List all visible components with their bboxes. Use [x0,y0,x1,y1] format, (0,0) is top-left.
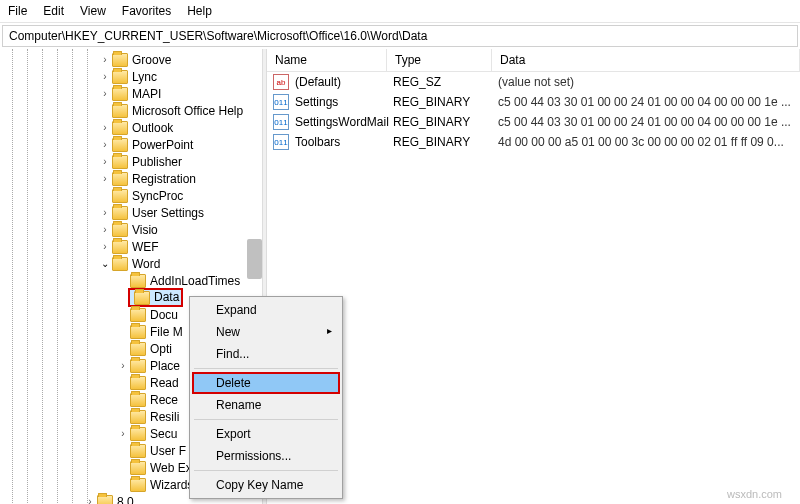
tree-label: Rece [150,393,178,407]
tree-label: Place [150,359,180,373]
menu-help[interactable]: Help [187,4,212,18]
tree-label: WEF [132,240,159,254]
ctx-new[interactable]: New▸ [192,321,340,343]
main-area: ›Groove ›Lync ›MAPI Microsoft Office Hel… [0,49,800,504]
list-row[interactable]: 011SettingsREG_BINARYc5 00 44 03 30 01 0… [267,92,800,112]
ctx-permissions[interactable]: Permissions... [192,445,340,467]
value-type: REG_BINARY [393,135,498,149]
folder-icon [130,410,146,424]
folder-icon [112,138,128,152]
folder-icon [130,461,146,475]
ctx-delete[interactable]: Delete [192,372,340,394]
chevron-right-icon[interactable]: › [100,207,110,218]
watermark: wsxdn.com [727,488,782,500]
tree-item-syncproc[interactable]: SyncProc [0,187,262,204]
col-name[interactable]: Name [267,49,387,71]
tree-item-outlook[interactable]: ›Outlook [0,119,262,136]
tree-item-groove[interactable]: ›Groove [0,51,262,68]
tree-label: PowerPoint [132,138,193,152]
ctx-export[interactable]: Export [192,423,340,445]
separator [194,419,338,420]
tree-item-registration[interactable]: ›Registration [0,170,262,187]
values-pane: Name Type Data ab(Default)REG_SZ(value n… [267,49,800,504]
folder-icon [97,495,113,505]
separator [194,368,338,369]
tree-item-addin[interactable]: AddInLoadTimes [0,272,262,289]
folder-icon [130,342,146,356]
chevron-right-icon[interactable]: › [100,224,110,235]
tree-label: User Settings [132,206,204,220]
folder-icon [130,325,146,339]
tree-label: User F [150,444,186,458]
binary-value-icon: 011 [273,134,289,150]
scrollbar-thumb[interactable] [247,239,262,279]
folder-icon [112,189,128,203]
chevron-right-icon[interactable]: › [100,173,110,184]
chevron-right-icon[interactable]: › [100,54,110,65]
value-name: SettingsWordMail [295,115,393,129]
folder-icon [112,155,128,169]
tree-item-moh[interactable]: Microsoft Office Help [0,102,262,119]
chevron-right-icon[interactable]: › [100,88,110,99]
chevron-right-icon[interactable]: › [100,71,110,82]
list-row[interactable]: 011SettingsWordMailREG_BINARYc5 00 44 03… [267,112,800,132]
col-type[interactable]: Type [387,49,492,71]
tree-item-visio[interactable]: ›Visio [0,221,262,238]
value-type: REG_SZ [393,75,498,89]
tree-label: Registration [132,172,196,186]
menu-file[interactable]: File [8,4,27,18]
folder-icon [112,87,128,101]
list-row[interactable]: ab(Default)REG_SZ(value not set) [267,72,800,92]
list-row[interactable]: 011ToolbarsREG_BINARY4d 00 00 00 a5 01 0… [267,132,800,152]
string-value-icon: ab [273,74,289,90]
binary-value-icon: 011 [273,94,289,110]
folder-icon [130,393,146,407]
ctx-expand[interactable]: Expand [192,299,340,321]
folder-icon [112,104,128,118]
binary-value-icon: 011 [273,114,289,130]
tree-label: Visio [132,223,158,237]
ctx-rename[interactable]: Rename [192,394,340,416]
chevron-right-icon[interactable]: › [100,122,110,133]
value-name: Settings [295,95,393,109]
tree-item-wef[interactable]: ›WEF [0,238,262,255]
folder-icon [112,240,128,254]
chevron-right-icon[interactable]: › [100,139,110,150]
tree-item-word[interactable]: ⌄Word [0,255,262,272]
tree-label: SyncProc [132,189,183,203]
chevron-right-icon[interactable]: › [118,428,128,439]
menu-favorites[interactable]: Favorites [122,4,171,18]
menu-edit[interactable]: Edit [43,4,64,18]
tree-item-publisher[interactable]: ›Publisher [0,153,262,170]
chevron-right-icon[interactable]: › [100,241,110,252]
col-data[interactable]: Data [492,49,800,71]
folder-icon [112,53,128,67]
chevron-right-icon[interactable]: › [85,496,95,504]
tree-item-mapi[interactable]: ›MAPI [0,85,262,102]
tree-label: Microsoft Office Help [132,104,243,118]
tree-item-lync[interactable]: ›Lync [0,68,262,85]
chevron-right-icon[interactable]: › [100,156,110,167]
value-data: 4d 00 00 00 a5 01 00 00 3c 00 00 00 02 0… [498,135,800,149]
tree-item-usersettings[interactable]: ›User Settings [0,204,262,221]
folder-icon [130,274,146,288]
tree-label: AddInLoadTimes [150,274,240,288]
folder-icon [134,291,150,305]
tree-label: Groove [132,53,171,67]
tree-item-powerpoint[interactable]: ›PowerPoint [0,136,262,153]
context-menu: Expand New▸ Find... Delete Rename Export… [189,296,343,499]
ctx-find[interactable]: Find... [192,343,340,365]
address-bar[interactable]: Computer\HKEY_CURRENT_USER\Software\Micr… [2,25,798,47]
value-data: c5 00 44 03 30 01 00 00 24 01 00 00 04 0… [498,115,800,129]
chevron-right-icon[interactable]: › [118,360,128,371]
tree-label: MAPI [132,87,161,101]
ctx-copy-key-name[interactable]: Copy Key Name [192,474,340,496]
tree-label: Opti [150,342,172,356]
menu-view[interactable]: View [80,4,106,18]
tree-label: Wizards [150,478,193,492]
value-data: (value not set) [498,75,800,89]
tree-label: Lync [132,70,157,84]
chevron-down-icon[interactable]: ⌄ [100,258,110,269]
list-header: Name Type Data [267,49,800,72]
folder-icon [112,206,128,220]
